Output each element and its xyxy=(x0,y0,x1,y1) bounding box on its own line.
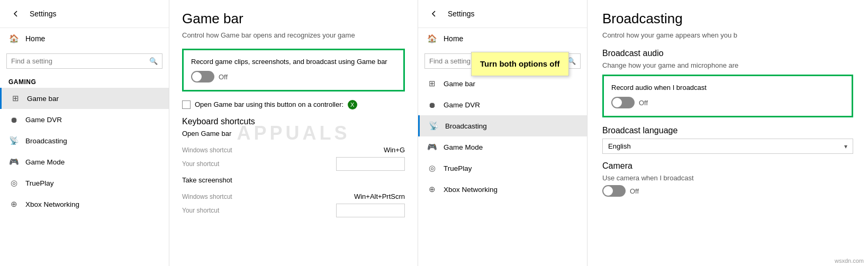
open-gamebar-your-input[interactable] xyxy=(336,157,405,171)
screenshot-windows-row: Windows shortcut Win+Alt+PrtScrn xyxy=(182,192,405,200)
left-panel-title: Settings xyxy=(30,10,57,18)
left-nav-broadcasting[interactable]: 📡 Broadcasting xyxy=(0,130,169,151)
left-home-link[interactable]: 🏠 Home xyxy=(0,28,169,49)
left-panel-header: Settings xyxy=(0,0,169,28)
tooltip-text: Turn both options off xyxy=(480,59,560,68)
second-nav-game-dvr[interactable]: ⏺ Game DVR xyxy=(418,94,587,115)
open-gamebar-label-row: Open Game bar xyxy=(182,130,405,143)
right-page-title: Broadcasting xyxy=(602,11,853,27)
second-settings-window: Settings 🏠 Home 🔍 ⊞ Game bar ⏺ Game DVR … xyxy=(418,0,587,266)
middle-page-desc: Control how Game bar opens and recognize… xyxy=(182,31,405,39)
second-back-button[interactable] xyxy=(427,6,441,21)
record-game-clips-section: Record game clips, screenshots, and broa… xyxy=(182,49,405,91)
second-nav-game-bar-label: Game bar xyxy=(444,80,475,88)
record-audio-text: Record audio when I broadcast xyxy=(611,84,844,91)
left-search-input[interactable] xyxy=(11,57,149,65)
screenshot-yours-row: Your shortcut xyxy=(182,204,405,217)
left-nav-trueplay[interactable]: ◎ TruePlay xyxy=(0,172,169,194)
second-nav-game-mode-label: Game Mode xyxy=(444,143,483,151)
record-clips-text: Record game clips, screenshots, and broa… xyxy=(191,58,396,66)
camera-toggle-thumb xyxy=(603,186,613,196)
game-bar-icon: ⊞ xyxy=(10,93,21,104)
record-clips-toggle[interactable] xyxy=(191,71,214,82)
left-nav-xbox-networking[interactable]: ⊕ Xbox Networking xyxy=(0,194,169,215)
screenshot-your-input[interactable] xyxy=(336,204,405,217)
broadcast-language-dropdown[interactable]: English ▾ xyxy=(602,139,853,154)
controller-checkbox[interactable] xyxy=(182,100,191,109)
game-dvr-icon: ⏺ xyxy=(8,114,19,125)
camera-toggle[interactable] xyxy=(602,185,626,197)
broadcasting-icon: 📡 xyxy=(8,135,19,146)
left-section-label: Gaming xyxy=(0,73,169,88)
left-nav-game-bar-label: Game bar xyxy=(27,95,59,103)
second-broadcasting-icon: 📡 xyxy=(428,121,439,131)
xbox-networking-icon: ⊕ xyxy=(8,199,19,209)
left-nav-game-bar[interactable]: ⊞ Game bar xyxy=(0,88,169,109)
left-nav-game-mode[interactable]: 🎮 Game Mode xyxy=(0,151,169,172)
broadcast-language-title: Broadcast language xyxy=(602,126,853,135)
screenshot-your-label: Your shortcut xyxy=(182,207,251,214)
record-audio-toggle-thumb xyxy=(612,98,622,107)
second-game-mode-icon: 🎮 xyxy=(427,142,437,152)
trueplay-icon: ◎ xyxy=(8,178,19,188)
left-nav-xbox-networking-label: Xbox Networking xyxy=(25,200,79,208)
camera-toggle-row: Off xyxy=(602,185,853,197)
open-gamebar-your-label: Your shortcut xyxy=(182,160,251,168)
camera-desc: Use camera when I broadcast xyxy=(602,174,853,182)
left-search-box[interactable]: 🔍 xyxy=(6,53,162,69)
second-nav-trueplay[interactable]: ◎ TruePlay xyxy=(418,158,587,179)
wsxdn-credit: wsxdn.com xyxy=(835,258,864,264)
left-nav-broadcasting-label: Broadcasting xyxy=(25,137,67,145)
open-gamebar-windows-row: Windows shortcut Win+G xyxy=(182,146,405,154)
second-nav-game-bar[interactable]: ⊞ Game bar xyxy=(418,73,587,94)
second-home-icon: 🏠 xyxy=(427,33,437,44)
left-sidebar: Settings 🏠 Home 🔍 Gaming ⊞ Game bar ⏺ Ga… xyxy=(0,0,169,266)
game-mode-icon: 🎮 xyxy=(8,157,19,167)
chevron-down-icon: ▾ xyxy=(844,143,847,150)
record-clips-toggle-thumb xyxy=(192,72,202,81)
open-gamebar-label: Open Game bar xyxy=(182,130,231,137)
open-gamebar-yours-row: Your shortcut xyxy=(182,157,405,171)
right-page-desc: Control how your game appears when you b xyxy=(602,31,853,39)
record-clips-toggle-label: Off xyxy=(219,73,228,81)
right-panel: Broadcasting Control how your game appea… xyxy=(587,0,868,266)
second-panel-header: Settings xyxy=(418,0,587,28)
middle-panel: Game bar Control how Game bar opens and … xyxy=(169,0,418,266)
second-nav-trueplay-label: TruePlay xyxy=(444,164,472,172)
keyboard-shortcuts-title: Keyboard shortcuts xyxy=(182,117,405,126)
second-nav-broadcasting-label: Broadcasting xyxy=(445,122,487,130)
second-trueplay-icon: ◎ xyxy=(427,163,437,173)
left-nav-trueplay-label: TruePlay xyxy=(25,179,54,187)
second-panel-title: Settings xyxy=(448,10,475,18)
record-audio-toggle-row: Off xyxy=(611,97,844,108)
second-nav-xbox-networking[interactable]: ⊕ Xbox Networking xyxy=(418,179,587,200)
second-nav-broadcasting[interactable]: 📡 Broadcasting xyxy=(418,115,587,136)
left-home-label: Home xyxy=(25,34,45,43)
second-nav-game-dvr-label: Game DVR xyxy=(444,101,480,109)
tooltip-box: Turn both options off xyxy=(471,52,569,76)
second-xbox-networking-icon: ⊕ xyxy=(427,184,437,195)
camera-title: Camera xyxy=(602,161,853,171)
screenshot-windows-value: Win+Alt+PrtScrn xyxy=(354,192,405,200)
second-nav-game-mode[interactable]: 🎮 Game Mode xyxy=(418,136,587,158)
left-nav-game-dvr-label: Game DVR xyxy=(25,116,62,124)
second-home-link[interactable]: 🏠 Home xyxy=(418,28,587,49)
left-nav-game-dvr[interactable]: ⏺ Game DVR xyxy=(0,109,169,130)
second-game-bar-icon: ⊞ xyxy=(427,78,437,89)
left-nav-game-mode-label: Game Mode xyxy=(25,158,65,166)
record-audio-toggle[interactable] xyxy=(611,97,635,108)
broadcast-language-value: English xyxy=(608,142,631,150)
controller-checkbox-label: Open Game bar using this button on a con… xyxy=(195,100,357,109)
xbox-icon: X xyxy=(348,100,357,109)
record-clips-toggle-row: Off xyxy=(191,71,396,82)
controller-checkbox-row: Open Game bar using this button on a con… xyxy=(182,100,405,109)
left-back-button[interactable] xyxy=(8,6,23,21)
second-game-dvr-icon: ⏺ xyxy=(427,99,437,110)
home-icon: 🏠 xyxy=(8,33,19,44)
open-gamebar-windows-label: Windows shortcut xyxy=(182,146,251,154)
second-home-label: Home xyxy=(444,34,463,43)
second-nav-xbox-networking-label: Xbox Networking xyxy=(444,186,498,194)
screenshot-label-row: Take screenshot xyxy=(182,176,405,189)
broadcast-audio-title: Broadcast audio xyxy=(602,49,853,58)
left-search-icon: 🔍 xyxy=(149,57,158,65)
